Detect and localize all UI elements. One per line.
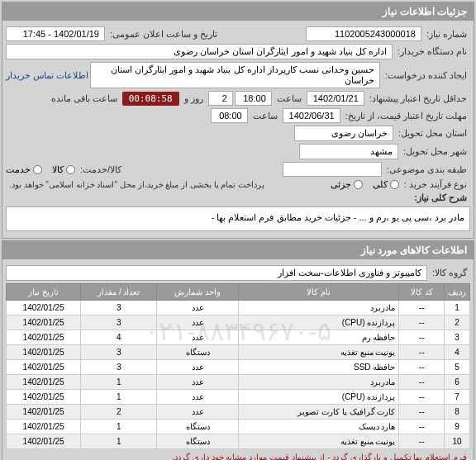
cell-qty: 4 xyxy=(81,330,157,345)
cell-unit: عدد xyxy=(157,315,239,330)
radio-partial[interactable]: جزئی xyxy=(331,179,363,190)
validity-time: 08:00 xyxy=(211,108,248,123)
need-no-label: شماره نیاز: xyxy=(423,29,470,40)
cell-qty: 3 xyxy=(81,301,157,315)
cell-name: حافظه رم xyxy=(239,330,399,345)
cell-qty: 3 xyxy=(81,315,157,330)
deadline-date: 1402/01/21 xyxy=(307,91,364,106)
cell-code: -- xyxy=(399,330,445,345)
cell-code: -- xyxy=(399,405,445,420)
cell-code: -- xyxy=(399,434,445,449)
buyer-label: نام دستگاه خریدار: xyxy=(394,46,470,57)
cell-date: 1402/01/25 xyxy=(7,301,81,315)
cell-name: پردازنده (CPU) xyxy=(239,390,399,405)
cell-r: 4 xyxy=(445,345,470,360)
th-code: کد کالا xyxy=(399,284,445,301)
table-row: 1--مادربردعدد31402/01/25 xyxy=(7,301,470,315)
cell-date: 1402/01/25 xyxy=(7,390,81,405)
cell-date: 1402/01/25 xyxy=(7,360,81,375)
cell-name: یونیت منبع تغذیه xyxy=(239,345,399,360)
cell-date: 1402/01/25 xyxy=(7,330,81,345)
cell-unit: عدد xyxy=(157,390,239,405)
need-no-value: 1102005243000018 xyxy=(306,26,421,41)
cell-qty: 1 xyxy=(81,420,157,434)
radio-goods-label: کالا xyxy=(52,164,64,175)
table-row: 3--حافظه رمعدد41402/01/25 xyxy=(7,330,470,345)
cell-code: -- xyxy=(399,420,445,434)
radio-icon xyxy=(354,180,363,189)
buy-type-label: نوع فرآیند خرید : xyxy=(401,179,470,190)
cell-unit: عدد xyxy=(157,301,239,315)
cell-unit: عدد xyxy=(157,375,239,390)
cell-code: -- xyxy=(399,301,445,315)
cell-name: یونیت منبع تغذیه xyxy=(239,434,399,449)
validity-label: مهلت تاریخ اعتبار قیمت، از تاریخ: xyxy=(342,111,470,121)
cell-date: 1402/01/25 xyxy=(7,405,81,420)
deadline-days: 2 xyxy=(208,91,233,106)
city-value: مشهد xyxy=(299,144,398,159)
cell-unit: عدد xyxy=(157,405,239,420)
province-label: استان محل تحویل: xyxy=(395,128,470,139)
deadline-time: 18:00 xyxy=(235,91,272,106)
countdown-timer: 00:08:58 xyxy=(122,92,179,106)
creator-value: حسین وحدانی نسب کارپرداز اداره کل بنیاد … xyxy=(90,62,380,88)
radio-icon xyxy=(66,165,75,174)
cell-qty: 1 xyxy=(81,375,157,390)
cell-code: -- xyxy=(399,390,445,405)
cell-r: 7 xyxy=(445,390,470,405)
description-box: مادر برد ،سی پی یو ،رم و ... - جزئیات خر… xyxy=(6,206,470,231)
city-label: شهر محل تحویل: xyxy=(400,146,470,157)
radio-service-label: خدمت xyxy=(6,164,31,175)
items-panel-title: اطلاعات کالاهای مورد نیاز xyxy=(2,241,474,259)
service-label: کالا/خدمت: xyxy=(77,164,125,175)
deadline-label: حداقل تاریخ اعتبار پیشنهاد: xyxy=(366,93,470,104)
cell-r: 1 xyxy=(445,301,470,315)
cell-name: کارت گرافیک یا کارت تصویر xyxy=(239,405,399,420)
cell-r: 2 xyxy=(445,315,470,330)
announce-value: 1402/01/19 - 17:45 xyxy=(6,26,105,41)
cell-r: 5 xyxy=(445,360,470,375)
radio-icon xyxy=(33,165,42,174)
table-row: 8--کارت گرافیک یا کارت تصویرعدد21402/01/… xyxy=(7,405,470,420)
province-value: خراسان رضوی xyxy=(294,126,393,141)
cell-qty: 2 xyxy=(81,405,157,420)
radio-partial-label: جزئی xyxy=(331,179,351,190)
cell-r: 3 xyxy=(445,330,470,345)
cell-code: -- xyxy=(399,375,445,390)
radio-goods[interactable]: کالا xyxy=(52,164,75,175)
table-row: 10--یونیت منبع تغذیهدستگاه11402/01/25 xyxy=(7,434,470,449)
time-label-2: ساعت xyxy=(250,111,281,121)
desc-label: شرح کلی نیاز: xyxy=(411,192,470,203)
cell-unit: عدد xyxy=(157,330,239,345)
cell-r: 9 xyxy=(445,420,470,434)
announce-label: تاریخ و ساعت اعلان عمومی: xyxy=(107,29,221,40)
cell-name: هارد دیسک xyxy=(239,420,399,434)
cell-name: پردازنده (CPU) xyxy=(239,315,399,330)
class-label: طبقه بندی موضوعی: xyxy=(383,164,470,175)
cell-name: مادربرد xyxy=(239,375,399,390)
items-table: ردیف کد کالا نام کالا واحد شمارش تعداد /… xyxy=(6,283,470,449)
th-qty: تعداد / مقدار xyxy=(81,284,157,301)
radio-full-label: کلی xyxy=(373,179,388,190)
panel-title: جزئیات اطلاعات نیاز xyxy=(2,2,474,21)
table-row: 4--یونیت منبع تغذیهدستگاه31402/01/25 xyxy=(7,345,470,360)
class-value xyxy=(283,162,382,177)
cell-r: 8 xyxy=(445,405,470,420)
cell-unit: دستگاه xyxy=(157,420,239,434)
buyer-value: اداره کل بنیاد شهید و امور ایثارگران است… xyxy=(6,44,393,59)
cell-unit: عدد xyxy=(157,360,239,375)
th-unit: واحد شمارش xyxy=(157,284,239,301)
cell-name: مادربرد xyxy=(239,301,399,315)
contact-link[interactable]: اطلاعات تماس خریدار xyxy=(6,70,88,81)
group-value: کامپیوتر و فناوری اطلاعات-سخت افزار xyxy=(6,265,427,281)
cell-qty: 1 xyxy=(81,390,157,405)
cell-code: -- xyxy=(399,360,445,375)
radio-service[interactable]: خدمت xyxy=(6,164,42,175)
radio-full[interactable]: کلی xyxy=(373,179,399,190)
cell-date: 1402/01/25 xyxy=(7,315,81,330)
table-row: 7--پردازنده (CPU)عدد11402/01/25 xyxy=(7,390,470,405)
validity-date: 1402/06/31 xyxy=(283,108,340,123)
table-row: 2--پردازنده (CPU)عدد31402/01/25 xyxy=(7,315,470,330)
time-label-1: ساعت xyxy=(274,93,305,104)
cell-qty: 3 xyxy=(81,345,157,360)
